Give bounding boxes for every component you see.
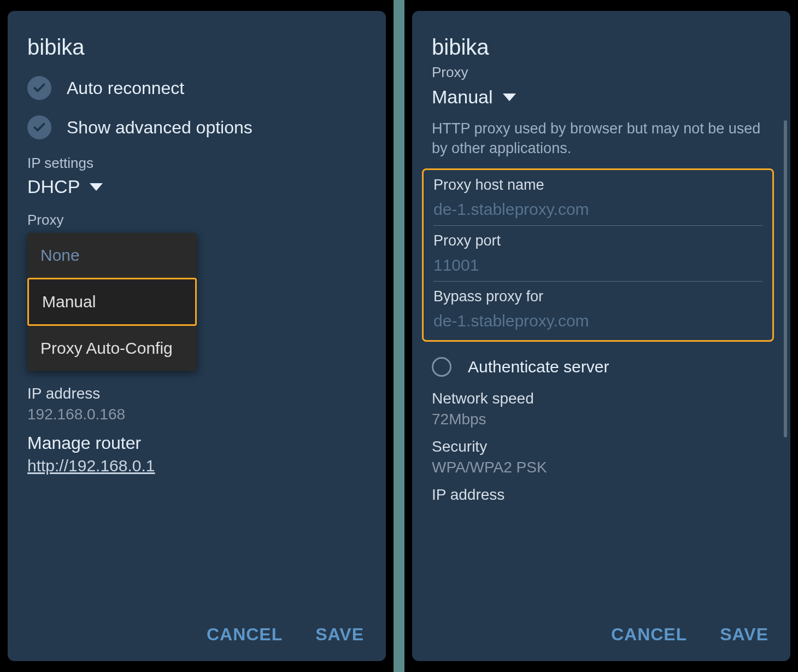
chevron-down-icon — [90, 183, 103, 191]
network-speed-value: 72Mbps — [432, 411, 771, 428]
proxy-host-group: Proxy host name — [433, 177, 762, 226]
bypass-proxy-label: Bypass proxy for — [433, 288, 762, 305]
checkmark-icon — [27, 115, 51, 139]
proxy-option-pac[interactable]: Proxy Auto-Config — [27, 326, 197, 371]
ip-address-label: IP address — [27, 385, 366, 402]
proxy-dropdown[interactable]: Manual — [432, 86, 771, 108]
proxy-option-none[interactable]: None — [27, 233, 197, 278]
manage-router-label: Manage router — [27, 433, 366, 453]
security-value: WPA/WPA2 PSK — [432, 459, 771, 476]
ip-address-value: 192.168.0.168 — [27, 406, 366, 423]
show-advanced-label: Show advanced options — [67, 118, 253, 138]
proxy-port-group: Proxy port — [433, 232, 762, 282]
screenshot-divider — [394, 0, 404, 672]
proxy-value: Manual — [432, 86, 493, 108]
bypass-proxy-group: Bypass proxy for — [433, 288, 762, 337]
proxy-port-label: Proxy port — [433, 232, 762, 249]
auto-reconnect-label: Auto reconnect — [67, 78, 184, 98]
save-button[interactable]: SAVE — [315, 624, 364, 645]
bypass-proxy-input[interactable] — [433, 309, 762, 337]
wifi-dialog-left: bibika Auto reconnect Show advanced opti… — [8, 11, 386, 661]
proxy-option-manual[interactable]: Manual — [27, 278, 197, 326]
dialog-buttons: CANCEL SAVE — [207, 624, 364, 645]
proxy-port-input[interactable] — [433, 254, 762, 282]
network-speed-label: Network speed — [432, 390, 771, 407]
proxy-dropdown-menu: None Manual Proxy Auto-Config — [27, 233, 197, 371]
proxy-host-input[interactable] — [433, 198, 762, 226]
network-title: bibika — [432, 35, 771, 60]
radio-unchecked-icon — [432, 357, 451, 377]
ip-settings-value: DHCP — [27, 176, 80, 197]
show-advanced-row[interactable]: Show advanced options — [27, 115, 366, 139]
wifi-dialog-right: bibika Proxy Manual HTTP proxy used by b… — [412, 11, 790, 661]
checkmark-icon — [27, 76, 51, 100]
auto-reconnect-row[interactable]: Auto reconnect — [27, 76, 366, 100]
ip-settings-label: IP settings — [27, 155, 366, 172]
proxy-label: Proxy — [432, 64, 771, 81]
authenticate-server-label: Authenticate server — [468, 358, 609, 376]
scrollbar[interactable] — [784, 120, 787, 437]
left-screenshot: ‹ bibika Auto reconnect Show advanced op… — [0, 0, 394, 672]
proxy-description: HTTP proxy used by browser but may not b… — [432, 119, 771, 159]
back-chevron-icon: ‹ — [0, 13, 5, 38]
ip-settings-dropdown[interactable]: DHCP — [27, 176, 366, 197]
proxy-label: Proxy — [27, 212, 366, 229]
authenticate-server-row[interactable]: Authenticate server — [432, 357, 771, 377]
cancel-button[interactable]: CANCEL — [611, 624, 687, 645]
save-button[interactable]: SAVE — [720, 624, 768, 645]
manage-router-link[interactable]: http://192.168.0.1 — [27, 457, 155, 475]
chevron-down-icon — [503, 94, 516, 101]
proxy-host-label: Proxy host name — [433, 177, 762, 194]
proxy-fields-highlight: Proxy host name Proxy port Bypass proxy … — [422, 168, 774, 342]
dialog-buttons: CANCEL SAVE — [611, 624, 768, 645]
right-screenshot: ‹ bibika Proxy Manual HTTP proxy used by… — [404, 0, 798, 672]
security-label: Security — [432, 438, 771, 455]
ip-address-label: IP address — [432, 486, 771, 504]
network-title: bibika — [27, 35, 366, 60]
cancel-button[interactable]: CANCEL — [207, 624, 283, 645]
